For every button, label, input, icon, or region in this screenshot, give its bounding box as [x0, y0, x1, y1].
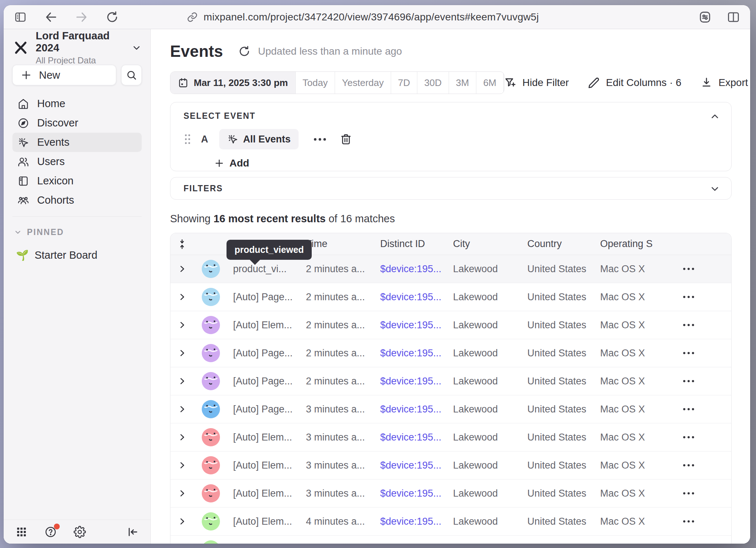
- reload-icon[interactable]: [104, 9, 120, 25]
- column-header-country[interactable]: Country: [527, 238, 600, 250]
- expand-row-icon[interactable]: [170, 292, 194, 302]
- distinct-id-link[interactable]: $device:195...: [380, 263, 453, 275]
- table-row[interactable]: [Auto] Page... 2 minutes a... $device:19…: [170, 339, 731, 367]
- sidebar-item-discover[interactable]: Discover: [12, 113, 142, 133]
- collapse-panel-icon[interactable]: [709, 111, 720, 122]
- drag-handle-icon[interactable]: [184, 133, 192, 145]
- event-name-cell[interactable]: [Auto] Elem...: [224, 488, 306, 499]
- column-header-city[interactable]: City: [453, 238, 527, 250]
- os-cell: Mac OS X: [600, 376, 679, 387]
- expand-row-icon[interactable]: [170, 432, 194, 442]
- plus-icon: [214, 158, 224, 168]
- pinned-section-toggle[interactable]: PINNED: [12, 226, 142, 239]
- row-actions-icon[interactable]: [679, 380, 732, 382]
- event-name-cell[interactable]: [Auto] Elem...: [224, 516, 306, 527]
- column-header-os[interactable]: Operating S: [600, 238, 679, 250]
- row-actions-icon[interactable]: [679, 296, 732, 298]
- expand-row-icon[interactable]: [170, 517, 194, 526]
- expand-row-icon[interactable]: [170, 376, 194, 386]
- expand-row-icon[interactable]: [170, 320, 194, 330]
- table-row[interactable]: [Auto] Page... 2 minutes a... $device:19…: [170, 283, 731, 311]
- expand-row-icon[interactable]: [170, 489, 194, 498]
- help-icon[interactable]: [44, 525, 58, 539]
- add-event-button[interactable]: Add: [184, 157, 249, 169]
- expand-row-icon[interactable]: [170, 348, 194, 358]
- apps-grid-icon[interactable]: [15, 525, 28, 539]
- row-actions-icon[interactable]: [679, 492, 732, 494]
- column-header-time[interactable]: Time: [306, 238, 380, 250]
- date-preset-button[interactable]: 7D: [391, 72, 417, 94]
- refresh-icon[interactable]: [237, 44, 252, 59]
- new-button[interactable]: New: [12, 65, 116, 85]
- split-view-icon[interactable]: [725, 9, 741, 25]
- date-preset-button[interactable]: Today: [295, 72, 335, 94]
- event-name-cell[interactable]: [Auto] Page...: [224, 404, 306, 415]
- distinct-id-link[interactable]: $device:195...: [380, 348, 453, 359]
- search-button[interactable]: [121, 65, 142, 85]
- sidebar-toggle-icon[interactable]: [12, 9, 28, 25]
- event-name-cell[interactable]: [Auto] Elem...: [224, 460, 306, 471]
- table-row[interactable]: [170, 536, 731, 544]
- hide-filter-button[interactable]: Hide Filter: [504, 77, 569, 89]
- date-preset-button[interactable]: 3M: [449, 72, 476, 94]
- date-picker-button[interactable]: Mar 11, 2025 3:30 pm: [170, 72, 295, 94]
- distinct-id-link[interactable]: $device:195...: [380, 516, 453, 527]
- address-bar[interactable]: mixpanel.com/project/3472420/view/397469…: [187, 5, 539, 29]
- table-row[interactable]: [Auto] Elem... 3 minutes a... $device:19…: [170, 423, 731, 451]
- table-row[interactable]: [Auto] Page... 2 minutes a... $device:19…: [170, 367, 731, 395]
- table-row[interactable]: [Auto] Elem... 3 minutes a... $device:19…: [170, 480, 731, 508]
- table-row[interactable]: [Auto] Elem... 4 minutes a... $device:19…: [170, 508, 731, 536]
- table-row[interactable]: [Auto] Elem... 3 minutes a... $device:19…: [170, 451, 731, 480]
- event-name-cell[interactable]: product_vi...: [224, 263, 306, 275]
- row-actions-icon[interactable]: [679, 520, 732, 522]
- event-options-icon[interactable]: [311, 135, 329, 144]
- distinct-id-link[interactable]: $device:195...: [380, 488, 453, 499]
- date-preset-button[interactable]: 6M: [476, 72, 503, 94]
- trash-icon[interactable]: [340, 133, 352, 145]
- expand-row-icon[interactable]: [170, 264, 194, 274]
- distinct-id-link[interactable]: $device:195...: [380, 291, 453, 303]
- collapse-sidebar-icon[interactable]: [126, 525, 139, 539]
- event-name-cell[interactable]: [Auto] Elem...: [224, 432, 306, 443]
- event-name-cell[interactable]: [Auto] Page...: [224, 376, 306, 387]
- distinct-id-link[interactable]: $device:195...: [380, 460, 453, 471]
- row-actions-icon[interactable]: [679, 464, 732, 466]
- country-cell: United States: [527, 432, 600, 443]
- row-actions-icon[interactable]: [679, 352, 732, 354]
- row-actions-icon[interactable]: [679, 408, 732, 410]
- forward-icon[interactable]: [74, 9, 90, 25]
- sidebar-item-starter-board[interactable]: 🌱 Starter Board: [12, 245, 142, 265]
- distinct-id-link[interactable]: $device:195...: [380, 320, 453, 331]
- event-name-cell[interactable]: [Auto] Elem...: [224, 320, 306, 331]
- project-switcher[interactable]: Lord Farquaad 2024 All Project Data: [12, 35, 142, 60]
- expand-row-icon[interactable]: [170, 404, 194, 414]
- expand-row-icon[interactable]: [170, 461, 194, 470]
- edit-columns-button[interactable]: Edit Columns · 6: [588, 77, 681, 89]
- sidebar-item-events[interactable]: Events: [12, 133, 142, 152]
- event-name-cell[interactable]: [Auto] Page...: [224, 348, 306, 359]
- row-actions-icon[interactable]: [679, 268, 732, 270]
- sidebar-item-cohorts[interactable]: Cohorts: [12, 191, 142, 210]
- date-preset-button[interactable]: 30D: [417, 72, 449, 94]
- sidebar-item-lexicon[interactable]: Lexicon: [12, 171, 142, 191]
- expand-panel-icon[interactable]: [709, 183, 720, 194]
- event-name-cell[interactable]: [Auto] Page...: [224, 291, 306, 303]
- row-actions-icon[interactable]: [679, 436, 732, 438]
- page-settings-icon[interactable]: [697, 9, 713, 25]
- distinct-id-link[interactable]: $device:195...: [380, 404, 453, 415]
- settings-gear-icon[interactable]: [73, 525, 87, 539]
- select-event-panel: SELECT EVENT A All Events Add: [170, 102, 732, 171]
- back-icon[interactable]: [43, 9, 59, 25]
- table-row[interactable]: [Auto] Elem... 2 minutes a... $device:19…: [170, 311, 731, 339]
- event-selector-chip[interactable]: All Events: [219, 129, 299, 149]
- collapse-all-icon[interactable]: [170, 239, 194, 250]
- column-header-distinct-id[interactable]: Distinct ID: [380, 238, 453, 250]
- date-preset-button[interactable]: Yesterday: [335, 72, 391, 94]
- table-row[interactable]: [Auto] Page... 3 minutes a... $device:19…: [170, 395, 731, 423]
- row-actions-icon[interactable]: [679, 324, 732, 326]
- sidebar-item-home[interactable]: Home: [12, 94, 142, 113]
- export-button[interactable]: Export: [700, 77, 748, 89]
- distinct-id-link[interactable]: $device:195...: [380, 376, 453, 387]
- distinct-id-link[interactable]: $device:195...: [380, 432, 453, 443]
- sidebar-item-users[interactable]: Users: [12, 152, 142, 171]
